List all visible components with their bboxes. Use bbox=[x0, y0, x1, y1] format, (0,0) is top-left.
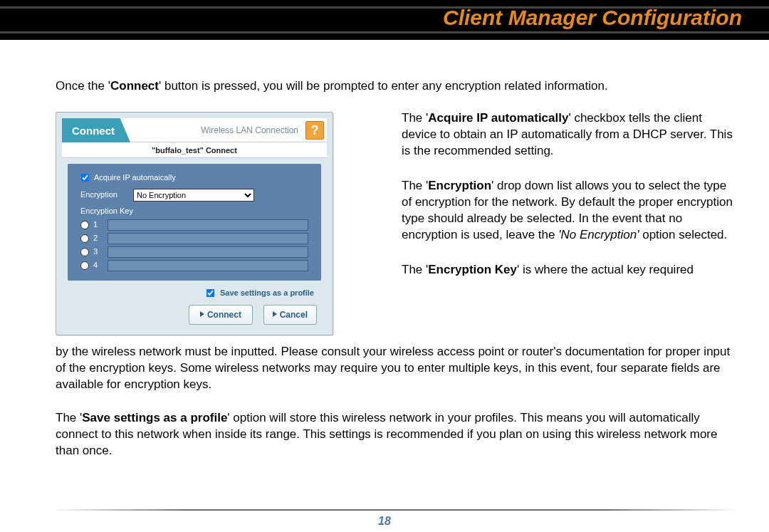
key-input-1[interactable] bbox=[108, 219, 308, 231]
banner-stripe bbox=[0, 31, 769, 33]
text: The ' bbox=[56, 411, 82, 424]
encryption-key-body: by the wireless network must be inputted… bbox=[56, 344, 733, 393]
text: The ' bbox=[402, 111, 428, 125]
acquire-ip-label: Acquire IP automaically bbox=[94, 172, 176, 183]
dialog-screenshot: Connect Wireless LAN Connection ? "buffa… bbox=[56, 112, 333, 336]
save-profile-label: Save settings as a profile bbox=[220, 288, 314, 297]
dialog-header: Connect Wireless LAN Connection ? bbox=[62, 118, 327, 142]
key-number: 1 bbox=[93, 219, 102, 230]
key-radio[interactable] bbox=[80, 248, 89, 256]
save-profile-paragraph: The 'Save settings as a profile' option … bbox=[56, 410, 733, 459]
footer-rule bbox=[51, 509, 741, 511]
save-profile-checkbox[interactable] bbox=[206, 289, 215, 298]
acquire-ip-paragraph: The 'Acquire IP automatically' checkbox … bbox=[402, 110, 733, 160]
intro-paragraph: Once the 'Connect' button is pressed, yo… bbox=[56, 78, 733, 95]
text-bold: Acquire IP automatically bbox=[428, 111, 568, 125]
key-number: 4 bbox=[93, 260, 102, 271]
cancel-button[interactable]: Cancel bbox=[263, 305, 317, 325]
dialog-body: Acquire IP automaically Encryption No En… bbox=[68, 164, 321, 281]
text: ' is where the actual key required bbox=[517, 263, 694, 276]
connect-button-label: Connect bbox=[207, 310, 241, 320]
key-input-3[interactable] bbox=[108, 246, 308, 258]
dialog-subtitle: Wireless LAN Connection bbox=[201, 125, 298, 136]
cancel-button-label: Cancel bbox=[280, 310, 308, 320]
text: ' button is pressed, you will be prompte… bbox=[159, 79, 608, 93]
dialog-network-bar: "buffalo_test" Connect bbox=[62, 142, 327, 158]
key-number: 2 bbox=[93, 233, 102, 244]
key-input-2[interactable] bbox=[108, 233, 308, 244]
key-row: 4 bbox=[80, 260, 308, 271]
page-number: 18 bbox=[0, 515, 769, 528]
encryption-key-label: Encryption Key bbox=[80, 206, 308, 217]
help-button[interactable]: ? bbox=[305, 121, 324, 140]
play-icon bbox=[273, 311, 277, 317]
text: The ' bbox=[402, 179, 428, 192]
text-bold: Encryption bbox=[428, 179, 491, 192]
text: Once the ' bbox=[56, 79, 110, 93]
text: The ' bbox=[402, 263, 428, 276]
text-bold: Save settings as a profile bbox=[82, 411, 227, 424]
play-icon bbox=[200, 311, 204, 317]
dialog-footer: Connect Cancel bbox=[62, 298, 327, 329]
encryption-paragraph: The 'Encryption' drop down list allows y… bbox=[402, 178, 733, 244]
encryption-select[interactable]: No Encryption bbox=[133, 189, 254, 202]
key-input-4[interactable] bbox=[108, 260, 308, 271]
key-row: 2 bbox=[80, 233, 308, 244]
key-row: 3 bbox=[80, 246, 308, 258]
text-bold: Connect bbox=[110, 79, 159, 93]
text-italic: 'No Encryption' bbox=[558, 228, 639, 241]
dialog-tab-connect[interactable]: Connect bbox=[62, 118, 130, 142]
key-radio[interactable] bbox=[80, 221, 89, 229]
text-bold: Encryption Key bbox=[428, 263, 517, 276]
save-profile-row: Save settings as a profile bbox=[62, 286, 327, 298]
page-title: Client Manager Configuration bbox=[443, 6, 742, 30]
encryption-label: Encryption bbox=[80, 189, 133, 200]
body-content: Once the 'Connect' button is pressed, yo… bbox=[0, 40, 769, 459]
encryption-key-lead: The 'Encryption Key' is where the actual… bbox=[402, 262, 733, 278]
key-radio[interactable] bbox=[80, 261, 89, 270]
key-row: 1 bbox=[80, 219, 308, 231]
key-radio[interactable] bbox=[80, 234, 89, 243]
acquire-ip-checkbox[interactable] bbox=[81, 174, 90, 182]
header-banner: Client Manager Configuration bbox=[0, 0, 769, 40]
connect-button[interactable]: Connect bbox=[189, 305, 253, 325]
key-number: 3 bbox=[93, 246, 102, 257]
text: option selected. bbox=[639, 228, 727, 241]
